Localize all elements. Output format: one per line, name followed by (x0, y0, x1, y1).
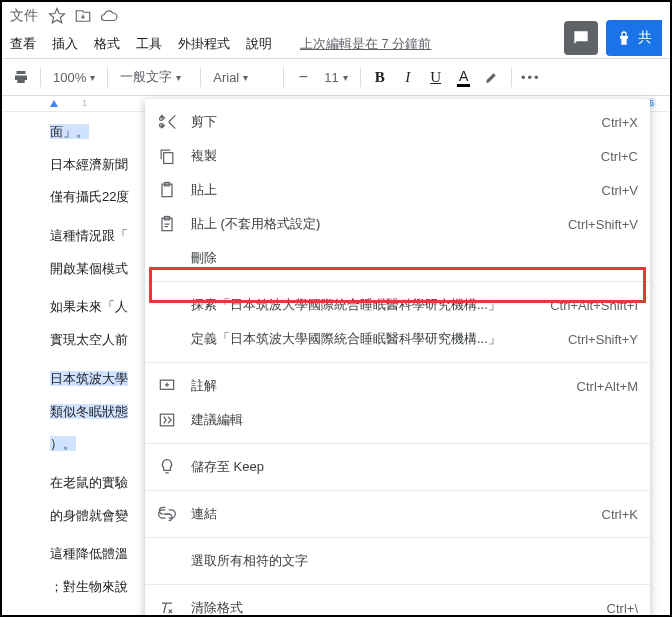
ctx-separator (145, 490, 650, 491)
ctx-shortcut: Ctrl+Alt+M (577, 379, 638, 394)
ctx-label: 探索「日本筑波大學國際統合睡眠醫科學研究機構...」 (191, 296, 538, 314)
ctx-separator (145, 584, 650, 585)
bold-button[interactable]: B (367, 64, 393, 90)
doc-line: 非常熟悉冬眠 (50, 614, 150, 617)
doc-title[interactable]: 文件 (10, 7, 38, 25)
selected-text: 日本筑波大學 (50, 371, 128, 386)
ctx-label: 建議編輯 (191, 411, 638, 429)
star-icon[interactable] (48, 7, 66, 25)
ctx-shortcut: Ctrl+Alt+Shift+I (550, 298, 638, 313)
blank-icon (157, 551, 177, 571)
selected-text: 面」。 (50, 124, 89, 139)
indent-marker-icon[interactable] (50, 100, 58, 107)
ctx-explore[interactable]: 探索「日本筑波大學國際統合睡眠醫科學研究機構...」 Ctrl+Alt+Shif… (145, 288, 650, 322)
doc-line: 在老鼠的實驗 (50, 471, 150, 496)
ctx-cut[interactable]: 剪下 Ctrl+X (145, 105, 650, 139)
ctx-label: 清除格式 (191, 599, 595, 617)
menu-help[interactable]: 說明 (246, 35, 272, 53)
menu-insert[interactable]: 插入 (52, 35, 78, 53)
doc-line: 開啟某個模式 (50, 257, 150, 282)
ctx-keep[interactable]: 儲存至 Keep (145, 450, 650, 484)
paste-plain-icon (157, 214, 177, 234)
caret-icon: ▾ (90, 72, 95, 83)
ctx-paste[interactable]: 貼上 Ctrl+V (145, 173, 650, 207)
selected-text: 類似冬眠狀態 (50, 404, 128, 419)
clear-format-icon (157, 598, 177, 617)
svg-rect-0 (164, 153, 173, 164)
ctx-delete[interactable]: 刪除 (145, 241, 650, 275)
caret-icon: ▾ (176, 72, 181, 83)
highlight-button[interactable] (479, 64, 505, 90)
toolbar-separator (511, 67, 512, 87)
doc-line: ；對生物來說 (50, 575, 150, 600)
doc-line: 日本經濟新聞 (50, 153, 150, 178)
ctx-label: 連結 (191, 505, 590, 523)
more-button[interactable]: ••• (518, 64, 544, 90)
paste-icon (157, 180, 177, 200)
last-edit[interactable]: 上次編輯是在 7 分鐘前 (300, 35, 431, 53)
toolbar: 100%▾ 一般文字▾ Arial▾ − 11▾ B I U A ••• (2, 58, 670, 96)
italic-button[interactable]: I (395, 64, 421, 90)
caret-icon: ▾ (343, 72, 348, 83)
ctx-shortcut: Ctrl+\ (607, 601, 638, 616)
doc-line: 僅有攝氏22度 (50, 185, 150, 210)
ctx-label: 刪除 (191, 249, 638, 267)
comments-button[interactable] (564, 21, 598, 55)
ctx-shortcut: Ctrl+Shift+Y (568, 332, 638, 347)
ctx-suggest[interactable]: 建議編輯 (145, 403, 650, 437)
doc-line: 如果未來「人 (50, 295, 150, 320)
ctx-copy[interactable]: 複製 Ctrl+C (145, 139, 650, 173)
ruler-mark: 1 (82, 98, 87, 108)
ctx-separator (145, 362, 650, 363)
font-size[interactable]: 11▾ (318, 64, 353, 90)
ctx-shortcut: Ctrl+K (602, 507, 638, 522)
doc-line: 的身體就會變 (50, 504, 150, 529)
ctx-label: 貼上 (191, 181, 590, 199)
ctx-shortcut: Ctrl+C (601, 149, 638, 164)
style-select[interactable]: 一般文字▾ (114, 64, 194, 90)
move-icon[interactable] (74, 7, 92, 25)
share-button[interactable]: 共 (606, 20, 662, 56)
ctx-shortcut: Ctrl+X (602, 115, 638, 130)
ctx-paste-no-format[interactable]: 貼上 (不套用格式設定) Ctrl+Shift+V (145, 207, 650, 241)
ctx-clear-format[interactable]: 清除格式 Ctrl+\ (145, 591, 650, 617)
ctx-shortcut: Ctrl+V (602, 183, 638, 198)
ctx-label: 複製 (191, 147, 589, 165)
blank-icon (157, 248, 177, 268)
share-label: 共 (638, 29, 652, 47)
menu-view[interactable]: 查看 (10, 35, 36, 53)
print-button[interactable] (8, 64, 34, 90)
comment-icon (157, 376, 177, 396)
zoom-select[interactable]: 100%▾ (47, 64, 101, 90)
toolbar-separator (283, 67, 284, 87)
suggest-icon (157, 410, 177, 430)
menu-format[interactable]: 格式 (94, 35, 120, 53)
menu-tools[interactable]: 工具 (136, 35, 162, 53)
text-color-button[interactable]: A (451, 64, 477, 90)
underline-button[interactable]: U (423, 64, 449, 90)
menu-addons[interactable]: 外掛程式 (178, 35, 230, 53)
ctx-select-matching[interactable]: 選取所有相符的文字 (145, 544, 650, 578)
ctx-separator (145, 443, 650, 444)
blank-icon (157, 295, 177, 315)
ctx-label: 定義「日本筑波大學國際統合睡眠醫科學研究機構...」 (191, 330, 556, 348)
toolbar-separator (200, 67, 201, 87)
doc-line: 這種情況跟「 (50, 224, 150, 249)
ctx-link[interactable]: 連結 Ctrl+K (145, 497, 650, 531)
toolbar-separator (40, 67, 41, 87)
toolbar-separator (107, 67, 108, 87)
ctx-label: 儲存至 Keep (191, 458, 638, 476)
font-size-minus[interactable]: − (290, 64, 316, 90)
doc-line: 這種降低體溫 (50, 542, 150, 567)
selected-text: ）。 (50, 436, 76, 451)
blank-icon (157, 329, 177, 349)
font-select[interactable]: Arial▾ (207, 64, 277, 90)
ctx-shortcut: Ctrl+Shift+V (568, 217, 638, 232)
cloud-icon[interactable] (100, 7, 118, 25)
cut-icon (157, 112, 177, 132)
ctx-define[interactable]: 定義「日本筑波大學國際統合睡眠醫科學研究機構...」 Ctrl+Shift+Y (145, 322, 650, 356)
ctx-comment[interactable]: 註解 Ctrl+Alt+M (145, 369, 650, 403)
toolbar-separator (360, 67, 361, 87)
keep-icon (157, 457, 177, 477)
top-right-actions: 共 (564, 20, 662, 56)
